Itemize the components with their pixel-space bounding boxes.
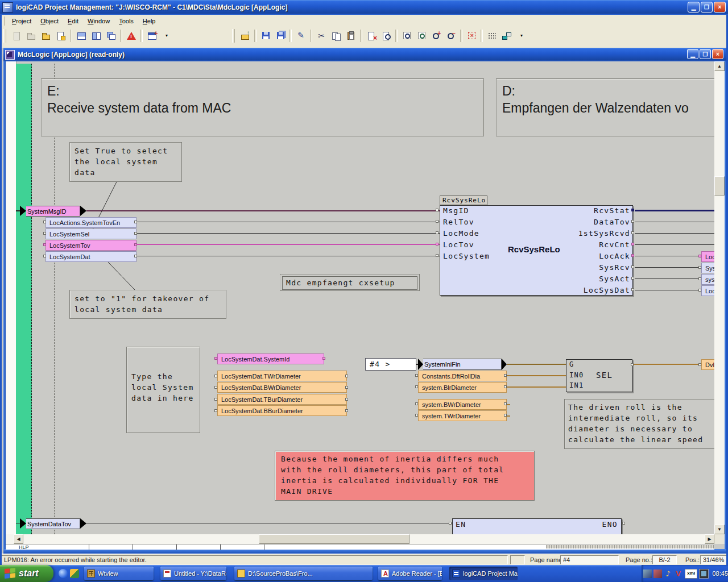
var-label-blrdiameter[interactable]: system.BlrDiameter <box>418 382 507 393</box>
scroll-up-button[interactable]: ▲ <box>714 61 725 71</box>
error-list-button[interactable] <box>124 28 139 43</box>
zoom-in-button[interactable] <box>429 28 444 43</box>
scroll-down-button[interactable]: ▼ <box>714 525 725 534</box>
window-dropdown-caret-button[interactable]: ▾ <box>159 28 174 43</box>
wire <box>635 210 714 211</box>
zoom-out-button[interactable] <box>444 28 458 43</box>
var-label-sysid[interactable]: LocSystemDat.SystemId <box>217 354 324 364</box>
open-object-button[interactable] <box>24 28 39 43</box>
check-object-button[interactable] <box>379 28 394 43</box>
tray-device-icon[interactable] <box>653 569 662 578</box>
inner-close-button[interactable]: × <box>712 49 723 59</box>
tool-dropdown-caret-button[interactable]: ▾ <box>514 28 529 43</box>
var-label-locactions-systemtoven[interactable]: LocActions.SystemTovEn <box>46 217 136 228</box>
inner-minimize-button[interactable]: ▁ <box>687 49 698 59</box>
var-label-sys-bwrdiameter[interactable]: system.BWrDiameter <box>418 399 507 410</box>
taskbar-button-logicad[interactable]: logiCAD Project Mana... <box>449 567 518 580</box>
section-header-d[interactable]: D: Empfangen der Walzendaten vo <box>496 78 715 136</box>
paste-button[interactable] <box>344 28 358 43</box>
grid-button[interactable] <box>485 28 499 43</box>
tray-antivirus-icon[interactable]: V <box>674 569 682 578</box>
new-document-icon <box>12 31 21 40</box>
pin-connector <box>504 402 507 405</box>
cut-button[interactable]: ✂ <box>314 28 329 43</box>
inner-maximize-button[interactable]: ❐ <box>700 49 711 59</box>
open-folder-button[interactable] <box>39 28 53 43</box>
var-label-twrdiameter[interactable]: LocSystemDat.TWrDiameter <box>217 371 347 381</box>
tray-network-icon[interactable] <box>643 569 652 578</box>
var-label-locsystemsel[interactable]: LocSystemSel <box>46 228 136 239</box>
taskbar-button-wtview[interactable]: Wtview <box>84 567 154 580</box>
comment-mdc-box[interactable]: Mdc empfaengt cxsetup <box>280 274 420 291</box>
toolbar-group-window: ▾ <box>2 28 174 43</box>
var-label-dftrolldia[interactable]: Constants.DftRollDia <box>418 371 507 381</box>
taskbar-button-adobe[interactable]: Adobe Reader - [E06... <box>378 567 442 580</box>
close-button[interactable]: × <box>714 2 726 13</box>
taskbar-button-explorer[interactable]: D:\SourceProBas\Fro... <box>234 567 373 580</box>
cascade-windows-button[interactable] <box>104 28 118 43</box>
save-button[interactable] <box>258 28 273 43</box>
vertical-scroll-thumb[interactable] <box>714 176 725 196</box>
tile-horizontal-button[interactable] <box>74 28 89 43</box>
vertical-scrollbar[interactable] <box>714 61 725 544</box>
pin-connector <box>631 209 634 211</box>
comment-inertia[interactable]: Because the moment of inertia differs mu… <box>275 451 535 501</box>
var-label-dvl[interactable]: Dvl <box>701 359 715 370</box>
input-flag-systemdatatov[interactable]: SystemDataTov <box>20 518 86 529</box>
var-label-locsystemtov[interactable]: LocSystemTov <box>46 240 136 251</box>
var-label-right-1[interactable]: Loc <box>701 251 715 262</box>
comment-takeover[interactable]: set to "1" for takeover of local system … <box>69 290 226 319</box>
menu-window[interactable]: Window <box>83 15 114 27</box>
maximize-button[interactable]: ❐ <box>701 2 713 13</box>
sheet-tab-hlp[interactable]: HLP <box>19 544 29 550</box>
paste-icon <box>348 32 354 40</box>
menu-project[interactable]: Project <box>7 15 36 27</box>
object-properties-button[interactable] <box>53 28 68 43</box>
save-all-button[interactable] <box>273 28 288 43</box>
delete-object-button[interactable] <box>364 28 379 43</box>
zoom-region-button[interactable] <box>399 28 414 43</box>
copy-button[interactable] <box>329 28 344 43</box>
comment-type-local[interactable]: Type the local System data in here <box>126 347 200 433</box>
tray-audio-icon[interactable]: ♪ <box>664 569 672 578</box>
horizontal-scroll-thumb[interactable] <box>259 534 410 544</box>
tile-vertical-button[interactable] <box>89 28 104 43</box>
menu-edit[interactable]: Edit <box>63 15 83 27</box>
var-label-right-2[interactable]: Sys <box>701 263 715 273</box>
var-label-locsystemdat[interactable]: LocSystemDat <box>46 251 136 262</box>
comment-set-true[interactable]: Set True to select the local system data <box>69 142 182 182</box>
section-header-e[interactable]: E: Receive system data from MAC <box>41 78 484 136</box>
connection-tool-button[interactable] <box>499 28 514 43</box>
var-label-tburdiameter[interactable]: LocSystemDat.TBurDiameter <box>217 394 347 405</box>
pin-connector <box>134 221 137 223</box>
var-label-right-4[interactable]: Loc <box>701 285 715 296</box>
edit-logic-button[interactable]: ✎ <box>293 28 308 43</box>
parent-folder-button[interactable] <box>238 28 253 43</box>
minimize-button[interactable]: ▁ <box>688 2 700 13</box>
new-window-button[interactable] <box>144 28 159 43</box>
menu-help[interactable]: Help <box>138 15 160 27</box>
scroll-right-button[interactable]: ▶ <box>705 534 714 544</box>
toolbar-group-edit: ✎✂▾ <box>231 28 529 43</box>
tray-display-icon[interactable] <box>699 569 709 579</box>
menu-object[interactable]: Object <box>36 15 63 27</box>
flag-label: SystemDataTov <box>26 518 80 529</box>
var-label-bwrdiameter[interactable]: LocSystemDat.BWrDiameter <box>217 382 347 393</box>
input-flag-systemmsgid[interactable]: SystemMsgID <box>20 206 86 217</box>
taskbar-button-untitled[interactable]: Untitled - Y:\DataRolli... <box>160 567 226 580</box>
menu-tools[interactable]: Tools <box>114 15 138 27</box>
var-label-sys-twrdiameter[interactable]: system.TWrDiameter <box>418 410 507 421</box>
scroll-left-button[interactable]: ◀ <box>14 534 23 544</box>
tile-vertical-icon <box>92 32 101 40</box>
var-label-bburdiameter[interactable]: LocSystemDat.BBurDiameter <box>217 405 347 416</box>
tray-xml-icon[interactable]: xml <box>685 569 697 579</box>
fit-view-button[interactable] <box>464 28 479 43</box>
var-label-systeminifin[interactable]: SystemIniFin <box>418 359 507 370</box>
new-document-button[interactable] <box>9 28 24 43</box>
function-block-tab[interactable]: RcvSysReLo <box>440 196 487 205</box>
comment-driven-roll[interactable]: The driven roll is the intermediate roll… <box>564 399 717 449</box>
literal-value-box[interactable]: #4 > <box>365 358 416 371</box>
pin-connector <box>345 409 348 412</box>
zoom-page-button[interactable] <box>414 28 429 43</box>
var-label-right-3[interactable]: syst <box>701 274 715 285</box>
